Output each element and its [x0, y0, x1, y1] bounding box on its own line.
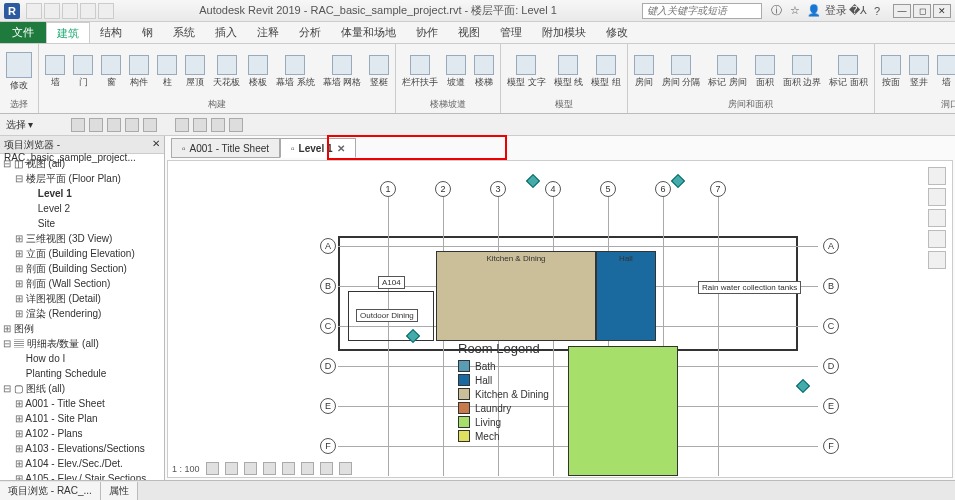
ribbon-btn-2-0[interactable]: 栏杆扶手 [400, 54, 440, 90]
ribbon-btn-4-2[interactable]: 标记 房间 [706, 54, 749, 90]
ribbon-btn-1-5[interactable]: 屋顶 [183, 54, 207, 90]
tree-twisty-icon[interactable]: ⊞ [14, 231, 23, 246]
crop-icon[interactable] [282, 462, 295, 475]
doc-tab-1[interactable]: ▫Level 1✕ [280, 138, 355, 158]
opt-icon-3[interactable] [107, 118, 121, 132]
login-label[interactable]: 登录 [825, 3, 847, 19]
search-input[interactable] [642, 3, 762, 19]
ribbon-tab-5[interactable]: 注释 [247, 22, 289, 43]
ribbon-tab-10[interactable]: 管理 [490, 22, 532, 43]
ribbon-btn-2-2[interactable]: 楼梯 [472, 54, 496, 90]
ribbon-btn-4-0[interactable]: 房间 [632, 54, 656, 90]
ribbon-btn-1-6[interactable]: 天花板 [211, 54, 242, 90]
maximize-button[interactable]: ◻ [913, 4, 931, 18]
status-tab-browser[interactable]: 项目浏览 - RAC_... [0, 482, 101, 500]
tree-node-5[interactable]: ⊞ 三维视图 (3D View) [2, 231, 162, 246]
minimize-button[interactable]: — [893, 4, 911, 18]
tree-node-11[interactable]: ⊞ 图例 [2, 321, 162, 336]
ribbon-tab-11[interactable]: 附加模块 [532, 22, 596, 43]
tree-twisty-icon[interactable]: ⊞ [14, 411, 23, 426]
opt-icon-9[interactable] [229, 118, 243, 132]
file-menu[interactable]: 文件 [0, 22, 46, 43]
sun-path-icon[interactable] [244, 462, 257, 475]
ribbon-btn-1-10[interactable]: 竖梃 [367, 54, 391, 90]
ribbon-tab-0[interactable]: 建筑 [46, 22, 90, 43]
tree-node-3[interactable]: Level 2 [2, 201, 162, 216]
star-icon[interactable]: ☆ [787, 3, 803, 19]
tree-twisty-icon[interactable]: ⊞ [14, 246, 23, 261]
opt-icon-7[interactable] [193, 118, 207, 132]
tree-node-15[interactable]: ⊟ ▢ 图纸 (all) [2, 381, 162, 396]
tree-node-13[interactable]: How do I [2, 351, 162, 366]
tree-twisty-icon[interactable]: ⊟ [2, 156, 11, 171]
tree-twisty-icon[interactable]: ⊞ [14, 291, 23, 306]
ribbon-tab-12[interactable]: 修改 [596, 22, 638, 43]
user-icon[interactable]: 👤 [806, 3, 822, 19]
tree-node-17[interactable]: ⊞ A101 - Site Plan [2, 411, 162, 426]
tree-twisty-icon[interactable]: ⊞ [14, 276, 23, 291]
browser-close-icon[interactable]: ✕ [152, 138, 160, 151]
opt-icon-1[interactable] [71, 118, 85, 132]
ribbon-btn-5-2[interactable]: 墙 [935, 54, 955, 90]
close-button[interactable]: ✕ [933, 4, 951, 18]
ribbon-btn-1-9[interactable]: 幕墙 网格 [321, 54, 364, 90]
opt-icon-2[interactable] [89, 118, 103, 132]
opt-icon-8[interactable] [211, 118, 225, 132]
status-tab-properties[interactable]: 属性 [101, 482, 138, 500]
tree-node-21[interactable]: ⊞ A105 - Elev./ Stair Sections [2, 471, 162, 480]
tree-twisty-icon[interactable]: ⊟ [2, 381, 11, 396]
qat-save-icon[interactable] [44, 3, 60, 19]
ribbon-btn-4-1[interactable]: 房间 分隔 [660, 54, 703, 90]
tree-twisty-icon[interactable]: ⊞ [2, 321, 11, 336]
tree-node-7[interactable]: ⊞ 剖面 (Building Section) [2, 261, 162, 276]
nav-zoom-icon[interactable] [928, 251, 946, 269]
ribbon-tab-1[interactable]: 结构 [90, 22, 132, 43]
ribbon-btn-5-0[interactable]: 按面 [879, 54, 903, 90]
tree-node-16[interactable]: ⊞ A001 - Title Sheet [2, 396, 162, 411]
ribbon-btn-1-3[interactable]: 构件 [127, 54, 151, 90]
doc-tab-0[interactable]: ▫A001 - Title Sheet [171, 138, 280, 158]
shadows-icon[interactable] [263, 462, 276, 475]
crop-region-icon[interactable] [301, 462, 314, 475]
ribbon-btn-5-1[interactable]: 竖井 [907, 54, 931, 90]
tree-node-18[interactable]: ⊞ A102 - Plans [2, 426, 162, 441]
ribbon-btn-0-0[interactable]: 修改 [4, 51, 34, 93]
ribbon-tab-3[interactable]: 系统 [163, 22, 205, 43]
drawing-canvas[interactable]: 1234567AABBCCDDEEFFKitchen & DiningHall … [167, 160, 953, 478]
hide-icon[interactable] [320, 462, 333, 475]
nav-wheel-icon[interactable] [928, 209, 946, 227]
tree-node-0[interactable]: ⊟ ◫ 视图 (all) [2, 156, 162, 171]
tree-twisty-icon[interactable]: ⊞ [14, 261, 23, 276]
nav-pan-icon[interactable] [928, 230, 946, 248]
ribbon-tab-7[interactable]: 体量和场地 [331, 22, 406, 43]
ribbon-btn-4-3[interactable]: 面积 [753, 54, 777, 90]
ribbon-btn-4-5[interactable]: 标记 面积 [827, 54, 870, 90]
ribbon-btn-2-1[interactable]: 坡道 [444, 54, 468, 90]
ribbon-tab-8[interactable]: 协作 [406, 22, 448, 43]
ribbon-tab-6[interactable]: 分析 [289, 22, 331, 43]
ribbon-btn-1-4[interactable]: 柱 [155, 54, 179, 90]
tree-twisty-icon[interactable]: ⊞ [14, 306, 23, 321]
tree-node-6[interactable]: ⊞ 立面 (Building Elevation) [2, 246, 162, 261]
tree-node-12[interactable]: ⊟ ▤ 明细表/数量 (all) [2, 336, 162, 351]
ribbon-tab-4[interactable]: 插入 [205, 22, 247, 43]
ribbon-btn-3-0[interactable]: 模型 文字 [505, 54, 548, 90]
ribbon-btn-1-8[interactable]: 幕墙 系统 [274, 54, 317, 90]
ribbon-btn-1-0[interactable]: 墙 [43, 54, 67, 90]
doc-tab-close-icon[interactable]: ✕ [337, 143, 345, 154]
ribbon-btn-1-7[interactable]: 楼板 [246, 54, 270, 90]
ribbon-tab-9[interactable]: 视图 [448, 22, 490, 43]
qat-print-icon[interactable] [98, 3, 114, 19]
tree-node-1[interactable]: ⊟ 楼层平面 (Floor Plan) [2, 171, 162, 186]
ribbon-btn-3-2[interactable]: 模型 组 [589, 54, 623, 90]
tree-node-9[interactable]: ⊞ 详图视图 (Detail) [2, 291, 162, 306]
tree-twisty-icon[interactable]: ⊟ [2, 336, 11, 351]
reveal-icon[interactable] [339, 462, 352, 475]
tree-twisty-icon[interactable]: ⊞ [14, 441, 23, 456]
ribbon-btn-4-4[interactable]: 面积 边界 [781, 54, 824, 90]
tree-node-2[interactable]: Level 1 [2, 186, 162, 201]
detail-level-icon[interactable] [206, 462, 219, 475]
tree-node-10[interactable]: ⊞ 渲染 (Rendering) [2, 306, 162, 321]
info-icon[interactable]: ⓘ [768, 3, 784, 19]
nav-home-icon[interactable] [928, 167, 946, 185]
